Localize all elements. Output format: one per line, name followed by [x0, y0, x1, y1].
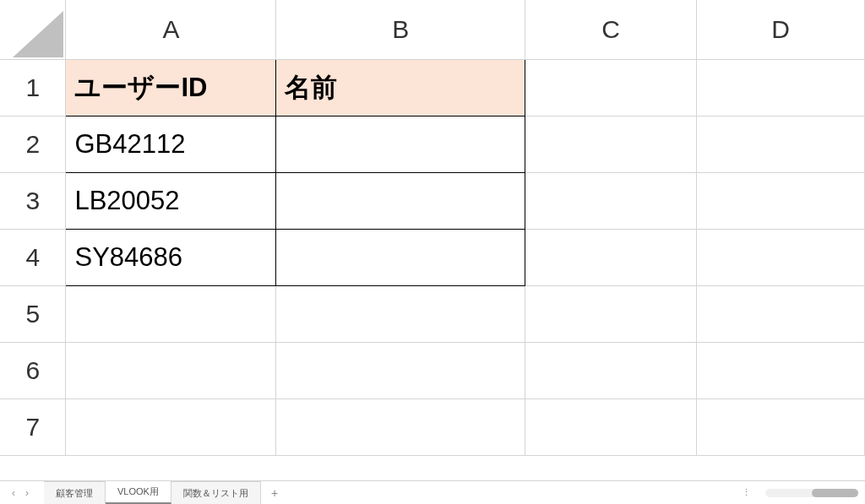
cell-d3[interactable] — [697, 172, 865, 229]
cell-c1[interactable] — [525, 59, 697, 116]
column-header-d[interactable]: D — [697, 0, 865, 59]
table-row: 1 ユーザーID 名前 — [0, 59, 865, 116]
row-header-7[interactable]: 7 — [0, 398, 66, 455]
cell-a4[interactable]: SY84686 — [66, 229, 276, 285]
column-header-a[interactable]: A — [66, 0, 276, 59]
cell-c4[interactable] — [525, 229, 697, 285]
horizontal-scrollbar[interactable] — [765, 489, 858, 497]
cell-b5[interactable] — [276, 285, 525, 342]
tab-nav-next[interactable]: › — [20, 487, 34, 499]
cell-a2[interactable]: GB42112 — [66, 116, 276, 172]
cell-c2[interactable] — [525, 116, 697, 172]
cell-c6[interactable] — [525, 342, 697, 398]
cell-d5[interactable] — [697, 285, 865, 342]
corner-triangle-icon — [13, 11, 63, 57]
cell-c5[interactable] — [525, 285, 697, 342]
spreadsheet-container: A B C D 1 ユーザーID 名前 2 GB42112 3 L — [0, 0, 865, 504]
column-header-c[interactable]: C — [525, 0, 697, 59]
cell-a1[interactable]: ユーザーID — [66, 59, 276, 116]
cell-b2[interactable] — [276, 116, 525, 172]
cell-a3[interactable]: LB20052 — [66, 172, 276, 229]
row-header-5[interactable]: 5 — [0, 285, 66, 342]
cell-b6[interactable] — [276, 342, 525, 398]
tab-options-button[interactable]: ⋮ — [742, 487, 752, 498]
table-row: 7 — [0, 398, 865, 455]
cell-d6[interactable] — [697, 342, 865, 398]
row-header-6[interactable]: 6 — [0, 342, 66, 398]
sheet-tab-customers[interactable]: 顧客管理 — [44, 481, 106, 504]
spreadsheet-table: A B C D 1 ユーザーID 名前 2 GB42112 3 L — [0, 0, 865, 456]
cell-b7[interactable] — [276, 398, 525, 455]
table-row: 5 — [0, 285, 865, 342]
cell-a6[interactable] — [66, 342, 276, 398]
column-header-row: A B C D — [0, 0, 865, 59]
table-row: 6 — [0, 342, 865, 398]
tab-nav-prev[interactable]: ‹ — [7, 487, 20, 499]
row-header-1[interactable]: 1 — [0, 59, 66, 116]
cell-a7[interactable] — [66, 398, 276, 455]
cell-b4[interactable] — [276, 229, 525, 285]
column-header-b[interactable]: B — [276, 0, 525, 59]
row-header-3[interactable]: 3 — [0, 172, 66, 229]
grid-area: A B C D 1 ユーザーID 名前 2 GB42112 3 L — [0, 0, 865, 480]
cell-d7[interactable] — [697, 398, 865, 455]
tab-nav-arrows: ‹ › — [7, 487, 34, 499]
table-row: 2 GB42112 — [0, 116, 865, 172]
row-header-4[interactable]: 4 — [0, 229, 66, 285]
cell-c3[interactable] — [525, 172, 697, 229]
table-row: 3 LB20052 — [0, 172, 865, 229]
cell-c7[interactable] — [525, 398, 697, 455]
sheet-tabs: 顧客管理 VLOOK用 関数＆リスト用 + — [44, 481, 288, 504]
cell-d1[interactable] — [697, 59, 865, 116]
row-header-2[interactable]: 2 — [0, 116, 66, 172]
sheet-tab-vlook[interactable]: VLOOK用 — [106, 481, 171, 504]
cell-d4[interactable] — [697, 229, 865, 285]
cell-a5[interactable] — [66, 285, 276, 342]
select-all-corner[interactable] — [0, 0, 66, 59]
add-sheet-button[interactable]: + — [261, 486, 288, 500]
cell-d2[interactable] — [697, 116, 865, 172]
cell-b1[interactable]: 名前 — [276, 59, 525, 116]
table-row: 4 SY84686 — [0, 229, 865, 285]
sheet-tab-bar: ‹ › 顧客管理 VLOOK用 関数＆リスト用 + ⋮ — [0, 480, 865, 504]
sheet-tab-functions[interactable]: 関数＆リスト用 — [171, 481, 261, 504]
cell-b3[interactable] — [276, 172, 525, 229]
tab-bar-right: ⋮ — [742, 487, 858, 498]
scrollbar-thumb[interactable] — [812, 489, 858, 497]
